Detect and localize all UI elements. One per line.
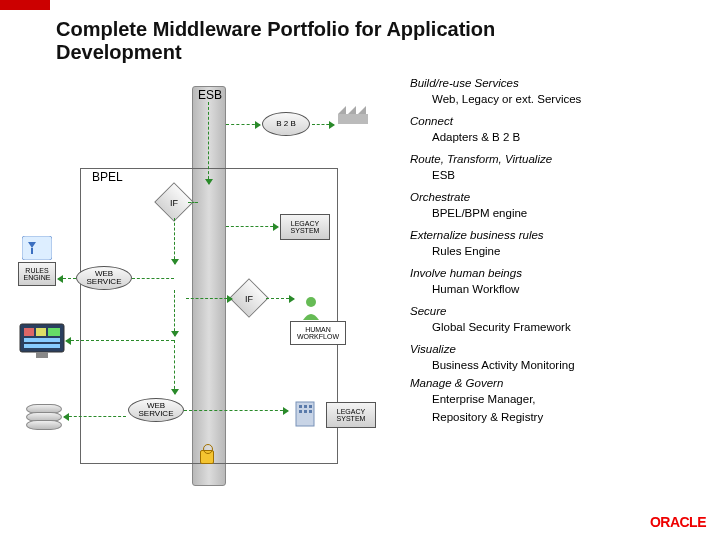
sb-sub: Rules Engine xyxy=(432,244,710,260)
svg-rect-8 xyxy=(299,410,302,413)
sb-head: Externalize business rules xyxy=(410,228,710,244)
sb-sub: Enterprise Manager, xyxy=(432,392,710,408)
sb-head: Build/re-use Services xyxy=(410,76,710,92)
sb-sub: Human Workflow xyxy=(432,282,710,298)
svg-rect-0 xyxy=(338,114,368,124)
sb-sub: Web, Legacy or ext. Services xyxy=(432,92,710,108)
connector xyxy=(226,124,260,125)
building-icon xyxy=(292,400,326,426)
connector xyxy=(174,340,175,394)
svg-rect-7 xyxy=(309,405,312,408)
connector xyxy=(188,202,198,203)
connector xyxy=(66,340,174,341)
svg-rect-14 xyxy=(24,328,34,336)
sb-sub: Global Security Framework xyxy=(432,320,710,336)
rules-engine-node: RULES ENGINE xyxy=(18,262,56,286)
esb-label: ESB xyxy=(198,88,222,102)
sb-head: Route, Transform, Virtualize xyxy=(410,152,710,168)
brand-accent-bar xyxy=(0,0,50,10)
monitor-icon xyxy=(18,322,66,360)
connector xyxy=(226,226,278,227)
connector xyxy=(186,298,232,299)
database-icon xyxy=(26,404,62,434)
sb-sub: Adapters & B 2 B xyxy=(432,130,710,146)
sb-sub: Repository & Registry xyxy=(432,410,710,426)
connector xyxy=(64,416,126,417)
svg-rect-16 xyxy=(48,328,60,336)
svg-point-11 xyxy=(306,297,316,307)
b2b-node: B 2 B xyxy=(262,112,310,136)
svg-rect-5 xyxy=(299,405,302,408)
web-service-node-1: WEB SERVICE xyxy=(76,266,132,290)
svg-rect-6 xyxy=(304,405,307,408)
sb-sub: ESB xyxy=(432,168,710,184)
rules-icon xyxy=(22,236,56,262)
connector xyxy=(58,278,76,279)
svg-marker-2 xyxy=(348,106,356,114)
person-icon xyxy=(300,296,334,322)
connector xyxy=(266,298,294,299)
sb-head: Manage & Govern xyxy=(410,376,710,392)
sb-sub: Business Activity Monitoring xyxy=(432,358,710,374)
svg-rect-17 xyxy=(24,338,60,342)
oracle-logo: ORACLE xyxy=(650,514,706,530)
sb-head: Orchestrate xyxy=(410,190,710,206)
legacy-system-node-1: LEGACY SYSTEM xyxy=(280,214,330,240)
sb-head: Connect xyxy=(410,114,710,130)
svg-rect-19 xyxy=(36,352,48,358)
sidebar-list: Build/re-use ServicesWeb, Legacy or ext.… xyxy=(410,76,710,433)
page-title: Complete Middleware Portfolio for Applic… xyxy=(56,18,516,64)
factory-icon xyxy=(336,100,370,126)
bpel-label: BPEL xyxy=(92,170,123,184)
connector xyxy=(132,278,174,279)
connector xyxy=(184,410,288,411)
svg-rect-10 xyxy=(309,410,312,413)
lock-icon xyxy=(200,450,214,464)
svg-marker-1 xyxy=(338,106,346,114)
svg-rect-12 xyxy=(22,236,52,260)
sb-sub: BPEL/BPM engine xyxy=(432,206,710,222)
connector xyxy=(312,124,334,125)
connector xyxy=(174,218,175,264)
connector xyxy=(208,102,209,184)
sb-head: Involve human beings xyxy=(410,266,710,282)
svg-rect-9 xyxy=(304,410,307,413)
svg-rect-18 xyxy=(24,344,60,348)
svg-marker-3 xyxy=(358,106,366,114)
human-workflow-node: HUMAN WORKFLOW xyxy=(290,321,346,345)
sb-head: Visualize xyxy=(410,342,710,358)
connector xyxy=(174,290,175,336)
web-service-node-2: WEB SERVICE xyxy=(128,398,184,422)
sb-head: Secure xyxy=(410,304,710,320)
legacy-system-node-2: LEGACY SYSTEM xyxy=(326,402,376,428)
svg-rect-15 xyxy=(36,328,46,336)
